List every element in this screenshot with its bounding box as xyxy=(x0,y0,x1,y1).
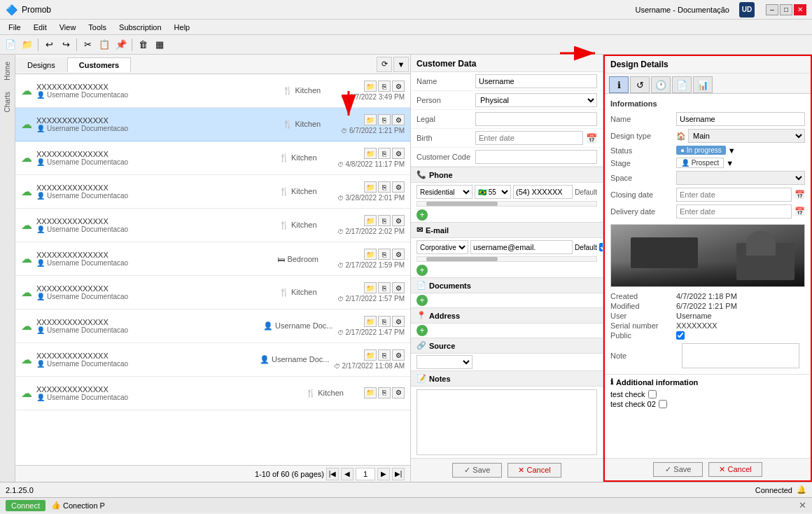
item-copy-btn[interactable]: ⎘ xyxy=(378,148,391,159)
email-type-select[interactable]: Corporative xyxy=(416,240,468,254)
list-item[interactable]: ☁ XXXXXXXXXXXXXX 👤 Username Documentacao… xyxy=(15,242,410,276)
design-closing-input[interactable] xyxy=(676,188,792,202)
maximize-button[interactable]: □ xyxy=(780,4,792,15)
toolbar-delete-button[interactable]: 🗑 xyxy=(135,37,150,53)
list-item[interactable]: ☁ XXXXXXXXXXXXXX 👤 Username Documentacao… xyxy=(15,175,410,209)
item-settings-btn[interactable]: ⚙ xyxy=(392,316,405,327)
menu-tools[interactable]: Tools xyxy=(83,22,112,33)
toolbar-open-button[interactable]: 📁 xyxy=(20,37,35,53)
item-folder-btn[interactable]: 📁 xyxy=(364,316,377,327)
item-folder-btn[interactable]: 📁 xyxy=(364,114,377,125)
phone-country-select[interactable]: 🇧🇷 55 xyxy=(475,185,511,199)
design-type-select[interactable]: Main xyxy=(688,129,805,143)
item-settings-btn[interactable]: ⚙ xyxy=(392,387,405,398)
toolbar-paste-button[interactable]: 📌 xyxy=(113,37,129,53)
toolbar-new-button[interactable]: 📄 xyxy=(3,37,18,53)
item-folder-btn[interactable]: 📁 xyxy=(364,181,377,193)
item-copy-btn[interactable]: ⎘ xyxy=(378,349,391,361)
test-check-1-checkbox[interactable] xyxy=(648,390,657,398)
name-input[interactable] xyxy=(475,74,597,88)
test-check-2-checkbox[interactable] xyxy=(659,400,667,408)
toolbar-undo-button[interactable]: ↩ xyxy=(41,37,57,53)
calendar-icon[interactable]: 📅 xyxy=(586,133,597,144)
page-first-button[interactable]: |◀ xyxy=(326,468,339,480)
design-name-input[interactable] xyxy=(676,112,805,126)
list-item[interactable]: ☁ XXXXXXXXXXXXXX 👤 Username Documentacao… xyxy=(15,343,410,377)
refresh-button[interactable]: ⟳ xyxy=(377,57,392,72)
delivery-calendar-icon[interactable]: 📅 xyxy=(794,207,805,216)
add-document-button[interactable]: + xyxy=(416,295,428,306)
customer-cancel-button[interactable]: ✕ Cancel xyxy=(507,463,561,478)
sidebar-item-home[interactable]: Home xyxy=(2,57,13,85)
tab-customers[interactable]: Customers xyxy=(67,57,131,72)
design-tab-time[interactable]: 🕐 xyxy=(651,76,671,93)
birth-input[interactable] xyxy=(475,131,583,145)
menu-edit[interactable]: Edit xyxy=(28,22,52,33)
menu-file[interactable]: File xyxy=(3,22,27,33)
bell-icon[interactable]: 🔔 xyxy=(797,485,806,494)
item-settings-btn[interactable]: ⚙ xyxy=(392,114,405,125)
minimize-button[interactable]: – xyxy=(766,4,778,15)
filter-button[interactable]: ▼ xyxy=(393,57,409,72)
list-item[interactable]: ☁ XXXXXXXXXXXXXX 👤 Username Documentacao… xyxy=(15,108,410,141)
public-checkbox[interactable] xyxy=(676,331,685,340)
item-copy-btn[interactable]: ⎘ xyxy=(378,215,391,226)
notes-textarea[interactable] xyxy=(416,389,597,455)
status-dropdown-icon[interactable]: ▼ xyxy=(728,146,736,155)
item-copy-btn[interactable]: ⎘ xyxy=(378,81,391,92)
menu-subscription[interactable]: Subscription xyxy=(113,22,167,33)
add-email-button[interactable]: + xyxy=(416,265,428,276)
menu-help[interactable]: Help xyxy=(169,22,196,33)
toolbar-redo-button[interactable]: ↪ xyxy=(58,37,74,53)
item-copy-btn[interactable]: ⎘ xyxy=(378,114,391,125)
email-input[interactable] xyxy=(470,240,573,254)
list-item[interactable]: ☁ XXXXXXXXXXXXXX 👤 Username Documentacao… xyxy=(15,310,410,343)
phone-type-select[interactable]: Residential xyxy=(416,185,472,199)
email-scroll[interactable] xyxy=(416,256,597,262)
design-tab-history[interactable]: ↺ xyxy=(630,76,650,93)
item-copy-btn[interactable]: ⎘ xyxy=(378,181,391,193)
connection-bar-close[interactable]: ✕ xyxy=(799,500,806,510)
item-copy-btn[interactable]: ⎘ xyxy=(378,387,391,398)
sidebar-item-charts[interactable]: Charts xyxy=(2,88,13,116)
phone-scroll[interactable] xyxy=(416,201,597,207)
list-item[interactable]: ☁ XXXXXXXXXXXXXX 👤 Username Documentacao… xyxy=(15,209,410,242)
add-address-button[interactable]: + xyxy=(416,325,428,336)
closing-calendar-icon[interactable]: 📅 xyxy=(794,190,805,200)
item-settings-btn[interactable]: ⚙ xyxy=(392,81,405,92)
item-folder-btn[interactable]: 📁 xyxy=(364,249,377,260)
design-delivery-input[interactable] xyxy=(676,204,792,218)
tab-designs[interactable]: Designs xyxy=(15,57,67,72)
close-button[interactable]: ✕ xyxy=(794,4,806,15)
design-tab-chart[interactable]: 📊 xyxy=(693,76,713,93)
list-item[interactable]: ☁ XXXXXXXXXXXXXX 👤 Username Documentacao… xyxy=(15,74,410,108)
item-settings-btn[interactable]: ⚙ xyxy=(392,181,405,193)
item-folder-btn[interactable]: 📁 xyxy=(364,215,377,226)
item-folder-btn[interactable]: 📁 xyxy=(364,387,377,398)
item-folder-btn[interactable]: 📁 xyxy=(364,282,377,293)
connect-button[interactable]: Connect xyxy=(6,500,46,511)
page-prev-button[interactable]: ◀ xyxy=(341,468,354,480)
item-folder-btn[interactable]: 📁 xyxy=(364,349,377,361)
item-copy-btn[interactable]: ⎘ xyxy=(378,316,391,327)
item-folder-btn[interactable]: 📁 xyxy=(364,148,377,159)
source-select[interactable] xyxy=(416,355,472,369)
page-next-button[interactable]: ▶ xyxy=(377,468,390,480)
design-save-button[interactable]: ✓ Save xyxy=(653,462,703,477)
legal-input[interactable] xyxy=(475,112,597,126)
list-item[interactable]: ☁ XXXXXXXXXXXXXX 👤 Username Documentacao… xyxy=(15,276,410,310)
item-settings-btn[interactable]: ⚙ xyxy=(392,148,405,159)
phone-input[interactable] xyxy=(513,185,573,199)
menu-view[interactable]: View xyxy=(54,22,82,33)
note-textarea[interactable] xyxy=(682,343,799,368)
customer-code-input[interactable] xyxy=(475,150,597,164)
customer-save-button[interactable]: ✓ Save xyxy=(452,463,502,478)
toolbar-cut-button[interactable]: ✂ xyxy=(80,37,95,53)
design-tab-info[interactable]: ℹ xyxy=(609,76,629,93)
add-phone-button[interactable]: + xyxy=(416,209,428,221)
page-number-input[interactable] xyxy=(356,468,375,480)
stage-dropdown-icon[interactable]: ▼ xyxy=(726,159,734,167)
item-settings-btn[interactable]: ⚙ xyxy=(392,349,405,361)
design-tab-document[interactable]: 📄 xyxy=(672,76,692,93)
item-folder-btn[interactable]: 📁 xyxy=(364,81,377,92)
